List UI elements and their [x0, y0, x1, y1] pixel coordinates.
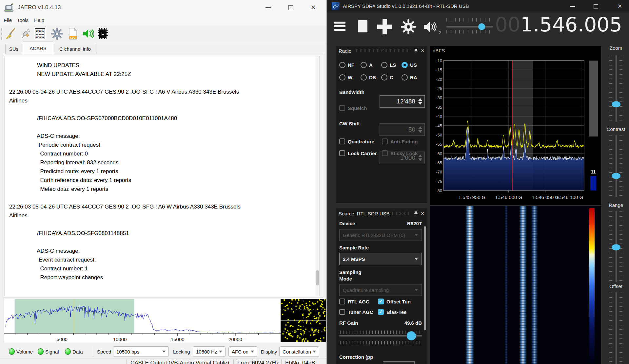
contrast-slider[interactable]	[609, 135, 623, 197]
mode-nf[interactable]: NF	[339, 62, 354, 68]
svg-text:-75: -75	[436, 179, 442, 184]
settings-gear-icon[interactable]	[401, 19, 416, 35]
menu-tools[interactable]: Tools	[15, 17, 30, 24]
log-file-icon[interactable]: LOG	[67, 27, 79, 40]
quadrature-checkbox[interactable]: Quadrature	[339, 138, 374, 144]
settings-gear-icon[interactable]	[51, 27, 63, 40]
zoom-label: Zoom	[604, 45, 627, 51]
correction-label: Correction (pp	[339, 354, 373, 360]
device-chip: R820T	[407, 221, 422, 226]
bias-tee-checkbox[interactable]: Bias-Tee	[378, 309, 406, 315]
offset-slider[interactable]	[609, 292, 623, 364]
chevron-down-icon	[415, 258, 418, 260]
afc-select[interactable]: AFC on	[228, 346, 257, 357]
close-icon[interactable]: ✕	[421, 211, 424, 216]
tab-sus[interactable]: SUs	[5, 44, 22, 54]
sdr-titlebar[interactable]: AIRSPY SDR# Studio v1.0.0.1921 64-Bit - …	[327, 0, 629, 12]
mode-a[interactable]: A	[361, 62, 373, 68]
rf-gain-slider-thumb[interactable]	[407, 331, 416, 340]
sdr-minimize-button[interactable]	[570, 6, 575, 7]
jaero-window: JAERO v1.0.4.13 ✕ File Tools Help 101100	[0, 0, 327, 364]
pin-icon[interactable]	[414, 48, 418, 53]
source-panel-scrollbar[interactable]	[424, 226, 426, 330]
jaero-minimize-button[interactable]	[265, 7, 271, 8]
jaero-close-button[interactable]: ✕	[311, 4, 316, 11]
display-select[interactable]: Constellation	[279, 346, 319, 357]
waterfall-signal-streak	[505, 206, 508, 364]
speed-select[interactable]: 10500 bps	[113, 346, 169, 357]
close-icon[interactable]: ✕	[421, 48, 424, 53]
connect-plug-icon[interactable]	[20, 27, 31, 40]
tuner-agc-checkbox[interactable]: Tuner AGC	[339, 309, 373, 315]
mode-w[interactable]: W	[339, 74, 352, 81]
desktop: JAERO v1.0.4.13 ✕ File Tools Help 101100	[0, 0, 629, 364]
statusbar-separator	[233, 359, 234, 364]
svg-text:-50: -50	[436, 133, 442, 137]
toolbar-drag-handle[interactable]	[1, 28, 3, 40]
menu-file[interactable]: File	[2, 17, 14, 24]
status-separator	[93, 346, 93, 357]
spin-down-icon[interactable]	[418, 102, 422, 105]
jaero-maximize-button[interactable]	[288, 5, 293, 10]
log-scrollbar[interactable]	[315, 56, 320, 296]
mode-ls[interactable]: LS	[381, 62, 396, 68]
add-plus-button[interactable]	[377, 19, 392, 34]
sdr-maximize-button[interactable]	[594, 4, 598, 9]
chevron-down-icon	[251, 351, 254, 353]
volume-led-label: Volume	[16, 349, 33, 355]
clear-broom-icon[interactable]	[5, 27, 16, 40]
svg-text:-40: -40	[436, 114, 442, 119]
jaero-toolbar	[0, 26, 326, 42]
sample-rate-label: Sample Rate	[339, 245, 369, 250]
waterfall-display[interactable]	[430, 206, 601, 364]
svg-text:-25: -25	[436, 86, 442, 91]
sdr-close-button[interactable]: ✕	[618, 3, 622, 10]
acars-log-view[interactable]: WIND UPDATES NEW UPDATE AVAILABLE AT 22:…	[5, 56, 320, 296]
volume-slider-thumb[interactable]	[478, 23, 485, 30]
zoom-slider-thumb[interactable]	[612, 101, 620, 107]
source-panel-header[interactable]: Source: RTL-SDR USB ✕	[336, 209, 427, 218]
fft-spectrum-display[interactable]: dBFS-10-15-20-25-30-35-40-45-50-55-60-65…	[430, 46, 601, 205]
stop-button[interactable]	[358, 20, 367, 32]
svg-text:dBFS: dBFS	[433, 48, 445, 53]
squelch-checkbox[interactable]: Squelch	[339, 105, 367, 111]
mode-c[interactable]: C	[381, 74, 393, 81]
offset-label: Offset	[604, 283, 627, 289]
mode-ra[interactable]: RA	[402, 74, 417, 81]
sdrsharp-window: AIRSPY SDR# Studio v1.0.0.1921 64-Bit - …	[327, 0, 629, 364]
radio-panel-title: Radio	[339, 48, 351, 54]
frequency-display[interactable]: 001.546.005	[495, 12, 627, 37]
audio-speaker-icon[interactable]	[82, 27, 94, 40]
rtl-agc-checkbox[interactable]: RTL AGC	[339, 299, 369, 304]
locking-select[interactable]: 10500 Hz	[193, 346, 226, 357]
tab-acars[interactable]: ACARS	[23, 42, 53, 54]
sample-rate-select[interactable]: 2.4 MSPS	[339, 253, 422, 265]
audio-mute-speaker-icon[interactable]	[422, 20, 437, 34]
contrast-slider-thumb[interactable]	[612, 173, 620, 179]
offset-tuning-checkbox[interactable]: Offset Tun	[378, 299, 411, 304]
correction-spinner[interactable]: 0	[383, 361, 415, 364]
rf-gain-label: RF Gain	[339, 320, 358, 326]
volume-slider[interactable]	[446, 26, 493, 27]
spin-up-icon[interactable]	[418, 98, 422, 101]
cpu-chip-icon[interactable]	[97, 27, 109, 40]
range-slider-thumb[interactable]	[612, 244, 620, 250]
lock-carrier-checkbox[interactable]: Lock Carrier	[339, 150, 377, 156]
squelch-spinner: 50	[380, 123, 425, 136]
mode-us[interactable]: US	[402, 62, 417, 68]
panel-texture	[392, 212, 412, 215]
jaero-titlebar[interactable]: JAERO v1.0.4.13 ✕	[0, 0, 326, 15]
radio-panel-header[interactable]: Radio ✕	[336, 46, 427, 55]
mode-ds[interactable]: DS	[361, 74, 376, 81]
range-slider[interactable]	[609, 211, 623, 282]
menu-hamburger-icon[interactable]	[334, 22, 345, 31]
svg-text:101100: 101100	[36, 29, 45, 32]
bandwidth-spinner[interactable]: 12'488	[380, 95, 425, 108]
tab-c-channel-info[interactable]: C channel info	[54, 44, 96, 54]
menu-help[interactable]: Help	[32, 17, 46, 24]
zoom-slider[interactable]	[609, 55, 623, 122]
binary-data-icon[interactable]: 101100 010110 100101	[34, 27, 46, 40]
svg-text:11: 11	[591, 169, 596, 174]
log-scrollbar-thumb[interactable]	[316, 270, 319, 285]
pin-icon[interactable]	[414, 211, 418, 216]
